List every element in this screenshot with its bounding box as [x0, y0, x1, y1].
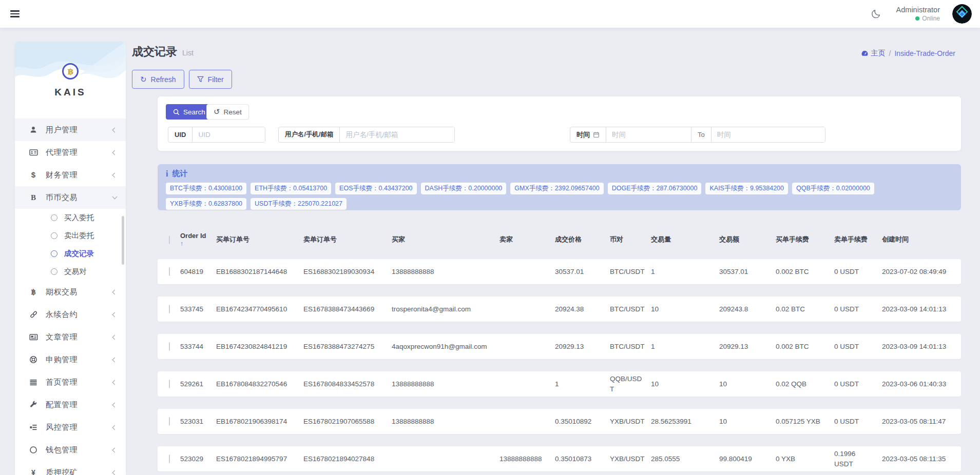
- reset-button[interactable]: ↺ Reset: [206, 104, 249, 120]
- username-field-group: 用户名/手机/邮箱: [278, 127, 455, 143]
- table-cell: 0.057125 YXB: [776, 417, 834, 427]
- sidebar-item-label: 配置管理: [46, 400, 113, 410]
- sidebar-item[interactable]: 申购管理: [15, 348, 126, 371]
- radio-circle-icon: [51, 232, 57, 239]
- chevron-left-icon: [112, 289, 118, 294]
- sidebar-item[interactable]: ฿期权交易: [15, 281, 126, 303]
- sidebar-item[interactable]: 首页管理: [15, 371, 126, 393]
- sidebar-item[interactable]: B币币交易: [15, 186, 126, 209]
- sort-ascending-icon[interactable]: ↑: [180, 240, 211, 248]
- search-button[interactable]: Search: [166, 104, 213, 120]
- radio-circle-icon: [51, 214, 57, 221]
- column-header: 卖家: [499, 235, 555, 244]
- column-header-order-id[interactable]: Order Id ↑: [180, 232, 216, 248]
- lines-icon: [28, 378, 39, 386]
- table-cell: 10: [651, 379, 719, 389]
- sidebar-item[interactable]: 配置管理: [15, 393, 126, 416]
- calendar-icon: [593, 131, 600, 138]
- table-cell: EB1678021906398174: [216, 417, 303, 427]
- list-alt-icon: [28, 423, 39, 431]
- time-end-input[interactable]: [712, 127, 825, 142]
- breadcrumb-current[interactable]: Inside-Trade-Order: [894, 49, 955, 57]
- table-header: Order Id ↑ 买单订单号 卖单订单号 买家 卖家 成交价格 币对 交易量…: [158, 229, 961, 250]
- topbar: Administrator Online: [0, 0, 980, 28]
- refresh-button[interactable]: ↻ Refresh: [132, 70, 184, 89]
- row-checkbox[interactable]: [169, 342, 170, 351]
- table-cell: 0 USDT: [834, 417, 882, 427]
- sidebar-item-label: 首页管理: [46, 378, 113, 387]
- table-cell: 28.56253991: [651, 417, 719, 427]
- table-cell: EB1688302187144648: [216, 267, 303, 277]
- table-cell: 0 USDT: [834, 342, 882, 352]
- filter-button[interactable]: Filter: [189, 70, 232, 89]
- sidebar-scrollbar-thumb[interactable]: [122, 216, 124, 265]
- breadcrumb-home[interactable]: 主页: [861, 49, 886, 58]
- table-cell: 20929.13: [719, 342, 776, 352]
- row-checkbox[interactable]: [169, 267, 170, 276]
- table-cell: 13888888888: [392, 379, 499, 389]
- table-cell: 0 YXB: [776, 454, 834, 464]
- user-block[interactable]: Administrator Online: [896, 5, 940, 22]
- table-cell: 10: [719, 417, 776, 427]
- row-checkbox[interactable]: [169, 305, 170, 313]
- table-cell: 13888888888: [499, 454, 555, 464]
- sidebar-subitem-label: 卖出委托: [64, 231, 94, 241]
- sidebar-item[interactable]: 风控管理: [15, 416, 126, 439]
- sidebar-subitem[interactable]: 卖出委托: [15, 227, 126, 245]
- sidebar-subitem-active[interactable]: 成交记录: [15, 245, 126, 263]
- table-cell: 2023-03-09 14:01:13: [882, 304, 961, 314]
- table-cell: ES1688302189030934: [303, 267, 392, 277]
- table-cell: 0.02 BTC: [776, 304, 834, 314]
- column-header: 买单手续费: [776, 235, 834, 244]
- sidebar: ฿ KAIS 用户管理代理管理$财务管理B币币交易买入委托卖出委托成交记录交易对…: [15, 42, 126, 475]
- sidebar-item[interactable]: 用户管理: [15, 118, 126, 141]
- select-all-checkbox[interactable]: [169, 235, 170, 244]
- sidebar-item[interactable]: 钱包管理: [15, 439, 126, 461]
- sidebar-item[interactable]: 永续合约: [15, 303, 126, 326]
- table-cell: 523031: [180, 417, 216, 427]
- stats-badges: BTC手续费：0.43008100ETH手续费：0.05413700EOS手续费…: [166, 183, 953, 210]
- sidebar-item[interactable]: ¥质押挖矿: [15, 461, 126, 475]
- dark-mode-toggle[interactable]: [869, 6, 884, 22]
- table-row: 533745EB1674234770495610ES16783884734436…: [158, 296, 961, 322]
- chevron-left-icon: [112, 470, 118, 475]
- chevron-left-icon: [112, 357, 118, 362]
- dollar-icon: $: [28, 171, 39, 179]
- moon-icon: [871, 9, 881, 19]
- table-cell: 2023-03-05 08:11:35: [882, 454, 961, 464]
- sidebar-subitem[interactable]: 交易对: [15, 263, 126, 281]
- row-checkbox[interactable]: [169, 380, 170, 388]
- svg-text:฿: ฿: [31, 288, 36, 296]
- table-cell: 523029: [180, 454, 216, 464]
- search-card: Search ↺ Reset UID 用户名/手机/邮箱 时间 To: [158, 96, 961, 151]
- sidebar-subitem[interactable]: 买入委托: [15, 209, 126, 227]
- table-row: 523031EB1678021906398174ES16780219070655…: [158, 409, 961, 434]
- username-input[interactable]: [340, 127, 454, 142]
- sidebar-item[interactable]: $财务管理: [15, 164, 126, 186]
- time-start-input[interactable]: [606, 127, 691, 142]
- column-header: 卖单手续费: [834, 235, 882, 244]
- filter-icon: [197, 76, 204, 83]
- sidebar-item[interactable]: 代理管理: [15, 141, 126, 164]
- row-checkbox[interactable]: [169, 454, 170, 463]
- users-icon: [28, 126, 39, 134]
- brand-name: KAIS: [15, 87, 126, 98]
- sidebar-item-label: 质押挖矿: [46, 468, 113, 475]
- table-cell: 0.35010892: [555, 417, 610, 427]
- page-subtitle: List: [182, 49, 194, 57]
- hamburger-menu-icon[interactable]: [10, 7, 24, 21]
- sidebar-item-label: 永续合约: [46, 310, 113, 320]
- row-checkbox[interactable]: [169, 417, 170, 426]
- avatar[interactable]: [952, 4, 972, 24]
- sidebar-item-label: 代理管理: [46, 148, 113, 157]
- time-label: 时间: [570, 127, 606, 142]
- coin-b-icon: B: [28, 193, 39, 202]
- uid-input[interactable]: [193, 127, 265, 142]
- table-cell: 209243.8: [719, 304, 776, 314]
- sidebar-subitem-label: 成交记录: [64, 249, 94, 259]
- table-cell: ES1678021894027848: [303, 454, 392, 464]
- radio-circle-icon: [51, 250, 57, 257]
- svg-text:¥: ¥: [31, 468, 35, 475]
- table-cell: ES1678021894995797: [216, 454, 303, 464]
- sidebar-item[interactable]: 文章管理: [15, 326, 126, 348]
